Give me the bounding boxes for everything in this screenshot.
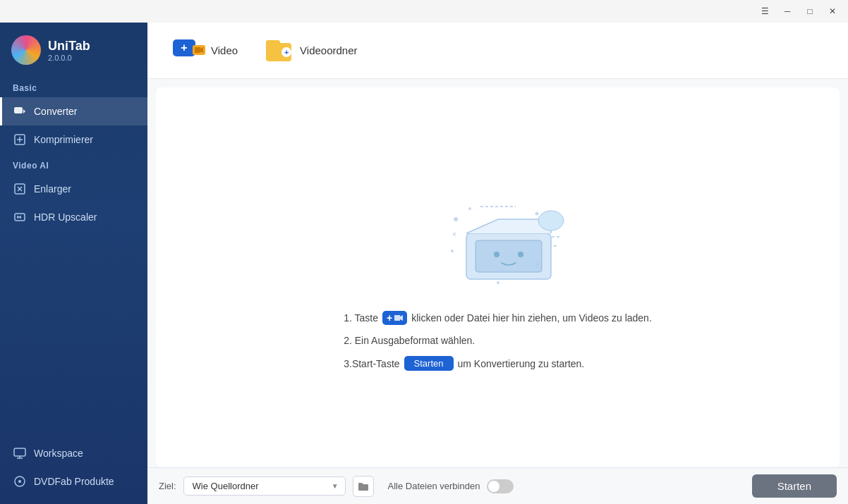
step2-text: 2. Ein Ausgabeformat wählen. bbox=[344, 335, 475, 346]
svg-point-13 bbox=[18, 480, 21, 483]
svg-marker-14 bbox=[195, 47, 200, 53]
svg-marker-35 bbox=[394, 315, 400, 321]
svg-text:×: × bbox=[535, 261, 540, 269]
step3-end-text: um Konvertierung zu starten. bbox=[458, 358, 585, 369]
maximize-button[interactable]: □ bbox=[800, 4, 820, 19]
destination-select[interactable]: Wie Quellordner Benutzerdefiniert bbox=[183, 477, 346, 496]
toggle-knob bbox=[488, 481, 499, 492]
instructions: 1. Taste + klicken oder Datei hier hin z… bbox=[344, 311, 652, 371]
app-name: UniTab bbox=[48, 39, 90, 54]
ziel-label: Ziel: bbox=[159, 481, 176, 491]
merge-toggle[interactable] bbox=[487, 479, 514, 493]
hdr-icon bbox=[13, 210, 27, 224]
merge-label: Alle Dateien verbinden bbox=[388, 481, 480, 491]
converter-icon bbox=[13, 104, 27, 118]
instruction-row-2: 2. Ein Ausgabeformat wählen. bbox=[344, 335, 652, 346]
sidebar-item-converter[interactable]: Converter bbox=[0, 97, 147, 125]
menu-button[interactable]: ☰ bbox=[755, 4, 775, 19]
svg-marker-36 bbox=[400, 315, 403, 321]
titlebar: ☰ ─ □ ✕ bbox=[0, 0, 848, 23]
step1-text: 1. Taste bbox=[344, 312, 378, 324]
svg-point-31 bbox=[542, 219, 550, 228]
start-inline-button[interactable]: Starten bbox=[404, 356, 454, 371]
dvdfab-label: DVDFab Produkte bbox=[34, 476, 114, 487]
minimize-button[interactable]: ─ bbox=[777, 4, 797, 19]
section-videoai: Video AI bbox=[0, 154, 147, 175]
app-body: UniTab 2.0.0.0 Basic Converter bbox=[0, 23, 848, 504]
sidebar-item-enlarger[interactable]: Enlarger bbox=[0, 175, 147, 203]
logo-icon bbox=[11, 35, 41, 65]
converter-label: Converter bbox=[34, 106, 77, 117]
app-version: 2.0.0.0 bbox=[48, 54, 90, 62]
sidebar: UniTab 2.0.0.0 Basic Converter bbox=[0, 23, 147, 504]
instruction-row-1: 1. Taste + klicken oder Datei hier hin z… bbox=[344, 311, 652, 325]
section-basic: Basic bbox=[0, 76, 147, 97]
sidebar-item-workspace[interactable]: Workspace bbox=[0, 439, 147, 467]
workspace-panel: × × 1. Taste + klicken oder Datei hier h… bbox=[156, 87, 840, 467]
svg-point-20 bbox=[451, 250, 454, 252]
start-button[interactable]: Starten bbox=[752, 474, 837, 498]
workspace-icon bbox=[13, 446, 27, 460]
bottom-bar: Ziel: Wie Quellordner Benutzerdefiniert … bbox=[147, 467, 848, 504]
toolbar: + Video + Videoordner bbox=[147, 23, 848, 79]
destination-select-wrapper: Wie Quellordner Benutzerdefiniert ▼ bbox=[183, 477, 346, 496]
hdr-label: HDR Upscaler bbox=[34, 211, 97, 223]
sidebar-item-hdr[interactable]: HDR Upscaler bbox=[0, 203, 147, 231]
add-folder-label: Videoordner bbox=[300, 44, 357, 56]
sidebar-item-komprimierer[interactable]: Komprimierer bbox=[0, 125, 147, 154]
svg-rect-9 bbox=[14, 448, 25, 456]
komprimierer-label: Komprimierer bbox=[34, 134, 93, 145]
svg-rect-27 bbox=[476, 240, 542, 272]
svg-point-17 bbox=[468, 207, 471, 210]
svg-marker-15 bbox=[200, 47, 203, 53]
svg-text:×: × bbox=[452, 231, 456, 238]
mini-add-button: + bbox=[382, 311, 407, 325]
komprimierer-icon bbox=[13, 133, 27, 147]
enlarger-label: Enlarger bbox=[34, 183, 71, 195]
enlarger-icon bbox=[13, 182, 27, 196]
svg-point-18 bbox=[535, 212, 538, 216]
browse-folder-button[interactable] bbox=[353, 476, 374, 497]
workspace-label: Workspace bbox=[34, 448, 83, 459]
sidebar-item-dvdfab[interactable]: DVDFab Produkte bbox=[0, 467, 147, 496]
close-button[interactable]: ✕ bbox=[823, 4, 842, 19]
svg-point-32 bbox=[552, 219, 560, 228]
svg-marker-1 bbox=[23, 109, 25, 113]
svg-point-28 bbox=[494, 252, 499, 257]
step1-mid-text: klicken oder Datei hier hin ziehen, um V… bbox=[411, 312, 652, 324]
step3-text: 3.Start-Taste bbox=[344, 358, 399, 369]
logo-area: UniTab 2.0.0.0 bbox=[0, 23, 147, 76]
content-area: + Video + Videoordner bbox=[147, 23, 848, 504]
add-folder-button[interactable]: + Videoordner bbox=[258, 35, 365, 67]
svg-point-29 bbox=[518, 252, 523, 257]
svg-point-22 bbox=[497, 281, 499, 284]
svg-point-30 bbox=[538, 211, 564, 231]
illustration: × × bbox=[413, 184, 583, 297]
dvdfab-icon bbox=[13, 474, 27, 488]
svg-point-16 bbox=[454, 217, 458, 221]
add-video-label: Video bbox=[211, 44, 238, 56]
add-video-button[interactable]: + Video bbox=[164, 34, 246, 68]
instruction-row-3: 3.Start-Taste Starten um Konvertierung z… bbox=[344, 356, 652, 371]
svg-rect-0 bbox=[14, 107, 23, 113]
